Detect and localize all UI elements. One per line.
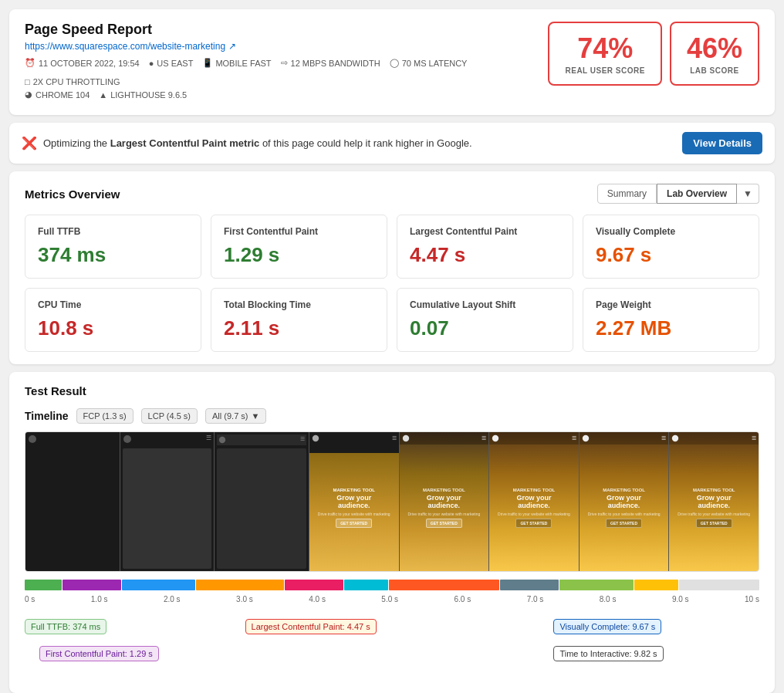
time-axis: 0 s 1.0 s 2.0 s 3.0 s 4.0 s 5.0 s 6.0 s … <box>25 595 759 603</box>
metric-vc: Visually Complete 9.67 s <box>583 215 759 279</box>
marker-ttfb: Full TTFB: 374 ms <box>25 619 106 634</box>
seg-empty <box>679 580 759 590</box>
meta-lighthouse: ▲ LIGHTHOUSE 9.6.5 <box>99 90 187 100</box>
timeline-header: Timeline FCP (1.3 s) LCP (4.5 s) All (9.… <box>25 408 759 424</box>
metric-tbt: Total Blocking Time 2.11 s <box>211 288 387 352</box>
test-result-title: Test Result <box>25 384 759 397</box>
seg-red1 <box>389 580 499 590</box>
page-url: https://www.squarespace.com/website-mark… <box>25 41 548 52</box>
real-user-score-box: 74% REAL USER SCORE <box>548 22 661 86</box>
tick-2: 2.0 s <box>164 595 181 603</box>
timeline-segments <box>25 580 759 590</box>
metric-full-ttfb: Full TTFB 374 ms <box>25 215 201 279</box>
tick-9: 9.0 s <box>672 595 689 603</box>
tab-dropdown-button[interactable]: ▼ <box>737 184 759 204</box>
tab-lab-overview[interactable]: Lab Overview <box>657 184 737 204</box>
svg-point-2 <box>219 437 225 443</box>
metric-vc-name: Visually Complete <box>596 226 746 237</box>
meta-latency: ◯ 70 MS LATENCY <box>390 58 468 68</box>
header-card: Page Speed Report https://www.squarespac… <box>9 9 775 115</box>
tick-8: 8.0 s <box>600 595 617 603</box>
meta-browser: ◕ CHROME 104 <box>25 90 90 100</box>
film-frame-5: ☰ MARKETING TOOL Grow youraudience. Driv… <box>400 432 490 571</box>
network-icon: ⇨ <box>281 58 288 68</box>
external-link-icon: ↗ <box>228 41 236 52</box>
film-frame-6: ☰ MARKETING TOOL Grow youraudience. Driv… <box>489 432 580 571</box>
svg-point-1 <box>123 435 131 443</box>
lighthouse-icon: ▲ <box>99 90 107 100</box>
latency-icon: ◯ <box>390 58 399 68</box>
lab-score-value: 46% <box>687 32 742 65</box>
metric-tbt-value: 2.11 s <box>224 316 374 340</box>
tick-4: 4.0 s <box>309 595 326 603</box>
tick-6: 6.0 s <box>455 595 471 603</box>
tab-summary[interactable]: Summary <box>597 184 657 204</box>
metric-cls: Cumulative Layout Shift 0.07 <box>397 288 573 352</box>
seg-pink1 <box>285 580 343 590</box>
fcp-tag[interactable]: FCP (1.3 s) <box>76 408 133 424</box>
globe-icon: ● <box>149 59 154 68</box>
cpu-icon: □ <box>25 77 30 86</box>
meta-row-1: ⏰ 11 OCTOBER 2022, 19:54 ● US EAST 📱 MOB… <box>25 58 548 86</box>
metric-page-weight: Page Weight 2.27 MB <box>583 288 759 352</box>
timeline-label: Timeline <box>25 410 69 422</box>
metric-fcp-value: 1.29 s <box>224 243 374 267</box>
svg-point-4 <box>402 435 408 441</box>
alert-icon: ❌ <box>22 136 37 150</box>
seg-grey1 <box>500 580 559 590</box>
frame1-logo <box>28 434 37 444</box>
lab-score-label: LAB SCORE <box>687 66 742 75</box>
metric-page-weight-name: Page Weight <box>596 299 746 310</box>
svg-point-6 <box>583 435 589 441</box>
metric-full-ttfb-value: 374 ms <box>38 243 188 267</box>
svg-point-3 <box>313 435 319 441</box>
meta-region: ● US EAST <box>149 58 194 68</box>
lab-score-box: 46% LAB SCORE <box>670 22 759 86</box>
metric-full-ttfb-name: Full TTFB <box>38 226 188 237</box>
metric-page-weight-value: 2.27 MB <box>596 316 746 340</box>
clock-icon: ⏰ <box>25 58 35 68</box>
seg-green1 <box>559 580 633 590</box>
metrics-title: Metrics Overview <box>25 188 120 201</box>
tab-group: Summary Lab Overview ▼ <box>597 184 759 204</box>
meta-device: 📱 MOBILE FAST <box>202 58 271 68</box>
seg-amber1 <box>634 580 678 590</box>
metric-lcp-value: 4.47 s <box>410 243 560 267</box>
seg-orange1 <box>196 580 284 590</box>
lcp-tag[interactable]: LCP (4.5 s) <box>141 408 198 424</box>
metric-tbt-name: Total Blocking Time <box>224 299 374 310</box>
tick-3: 3.0 s <box>236 595 253 603</box>
meta-datetime: ⏰ 11 OCTOBER 2022, 19:54 <box>25 58 140 68</box>
svg-point-7 <box>672 435 678 441</box>
page-title: Page Speed Report <box>25 22 548 38</box>
seg-cyan1 <box>344 580 388 590</box>
film-frame-7: ☰ MARKETING TOOL Grow youraudience. Driv… <box>580 432 670 571</box>
real-user-score-label: REAL USER SCORE <box>565 66 644 75</box>
metrics-header: Metrics Overview Summary Lab Overview ▼ <box>25 184 759 204</box>
metric-cpu: CPU Time 10.8 s <box>25 288 201 352</box>
alert-text: Optimizing the Largest Contentful Paint … <box>43 137 472 149</box>
film-frame-2: ☰ <box>120 432 215 571</box>
film-frame-8: ☰ MARKETING TOOL Grow youraudience. Driv… <box>669 432 759 571</box>
film-frame-3: ☰ <box>215 432 309 571</box>
marker-lcp: Largest Contentful Paint: 4.47 s <box>245 619 377 634</box>
view-details-button[interactable]: View Details <box>682 132 762 154</box>
tick-7: 7.0 s <box>527 595 544 603</box>
marker-vc: Visually Complete: 9.67 s <box>553 619 661 634</box>
meta-bandwidth: ⇨ 12 MBPS BANDWIDTH <box>281 58 380 68</box>
score-section: 74% REAL USER SCORE 46% LAB SCORE <box>548 22 759 86</box>
chrome-icon: ◕ <box>25 90 32 100</box>
tick-0: 0 s <box>25 595 35 603</box>
svg-point-0 <box>29 435 36 443</box>
all-tag-dropdown[interactable]: All (9.7 s) ▼ <box>205 408 266 424</box>
real-user-score-value: 74% <box>565 32 644 65</box>
film-frame-1 <box>25 432 120 571</box>
metrics-grid: Full TTFB 374 ms First Contentful Paint … <box>25 215 759 352</box>
seg-fcp <box>63 580 121 590</box>
seg-ttfb <box>25 580 62 590</box>
markers-area: Full TTFB: 374 ms First Contentful Paint… <box>25 619 759 681</box>
metric-cpu-value: 10.8 s <box>38 316 188 340</box>
tick-1: 1.0 s <box>91 595 108 603</box>
metrics-overview: Metrics Overview Summary Lab Overview ▼ … <box>9 171 775 364</box>
header-info: Page Speed Report https://www.squarespac… <box>25 22 548 103</box>
